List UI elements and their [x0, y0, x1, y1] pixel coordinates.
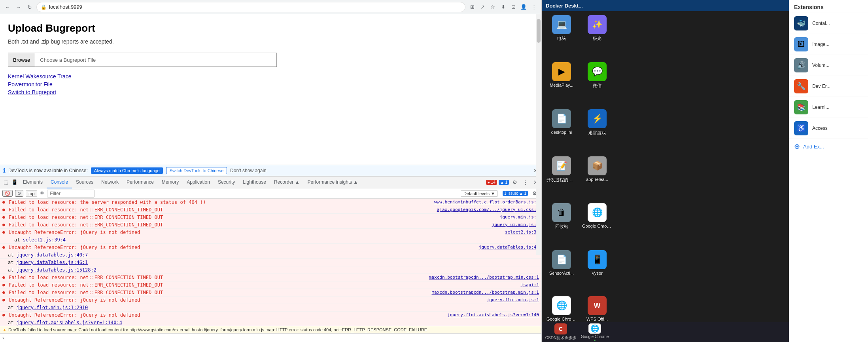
sub-link[interactable]: jquery.flot.min.js:1:2910: [17, 305, 88, 310]
devtools-toolbar-icons: ● 14 ▲ 1 ⚙ ⋮ ✕: [486, 178, 540, 187]
always-match-language-button[interactable]: Always match Chrome's language: [91, 167, 163, 174]
share-icon[interactable]: ↗: [478, 3, 487, 11]
console-msg-link-10[interactable]: jquery.flot.min.js:1: [487, 297, 539, 302]
screenshot-icon[interactable]: ⊞: [468, 3, 477, 11]
browse-button[interactable]: Browse: [8, 53, 35, 66]
desktop-icon-desktop-ini[interactable]: 📄 desktop.ini: [546, 109, 577, 152]
console-pause-button[interactable]: ⊘: [15, 190, 23, 197]
chrome1-label: Google Chrom...: [582, 224, 612, 228]
desktop-icon-chrome1[interactable]: 🌐 Google Chrom...: [581, 203, 613, 246]
tab-network[interactable]: Network: [97, 177, 123, 188]
tab-lighthouse[interactable]: Lighthouse: [239, 177, 270, 188]
console-input[interactable]: [6, 335, 539, 341]
profile-icon[interactable]: 👤: [519, 3, 528, 11]
console-msg-link-6[interactable]: jquery.dataTables.js:40: [479, 245, 539, 250]
taskbar-item-csdn[interactable]: C CSDN技术承步步: [545, 323, 577, 341]
tab-elements[interactable]: Elements: [19, 177, 47, 188]
error-icon: ●: [2, 290, 7, 295]
desktop-icon-app-release[interactable]: 📦 app-relea...: [581, 156, 613, 200]
desktop-icon-mediaplayer[interactable]: ▶ MediaPlay...: [546, 62, 577, 105]
address-bar[interactable]: 🔒 localhost:9999: [36, 2, 465, 12]
console-msg-link-5[interactable]: select2.js:39: [505, 230, 539, 235]
switch-bugreport-link[interactable]: Switch to Bugreport: [8, 89, 533, 95]
console-msg-link-11[interactable]: jquery.flot.axisLabels.js?ver=1:140: [447, 312, 539, 317]
desktop-icon-vysor[interactable]: 📱 Vysor: [581, 250, 613, 292]
desktop-icon-dianjao[interactable]: 💻 电脑: [546, 15, 577, 58]
bookmark-icon[interactable]: ☆: [488, 3, 497, 11]
tab-application[interactable]: Application: [183, 177, 214, 188]
devtools-device-button[interactable]: 📱: [10, 178, 19, 187]
ext-item-container[interactable]: 🐳 Contai...: [789, 13, 868, 34]
add-extension-button[interactable]: ⊕ Add Ex...: [789, 139, 868, 154]
console-msg-link-7[interactable]: maxcdn.bootstrapcdn.../bootstrap.min.css…: [429, 275, 539, 280]
sub-link[interactable]: jquery.dataTables.js:46:1: [17, 260, 88, 265]
tab-recorder[interactable]: Recorder ▲: [270, 177, 304, 188]
console-msg-link-4[interactable]: jquery-ui.min.js:1: [492, 222, 539, 227]
vysor-label: Vysor: [592, 271, 603, 276]
ext-item-learn[interactable]: 📚 Learni...: [789, 97, 868, 118]
sub-link[interactable]: jquery.dataTables.js:40:7: [17, 252, 88, 258]
forward-button[interactable]: →: [14, 3, 23, 11]
console-msg-link-1[interactable]: www.benjaminbuffet.c.flot.orderBars.js:1: [434, 200, 539, 205]
reload-button[interactable]: ↻: [25, 3, 34, 11]
learn-ext-icon: 📚: [794, 100, 808, 114]
add-ext-label: Add Ex...: [803, 144, 824, 150]
download-icon[interactable]: ⬇: [499, 3, 507, 11]
desktop-icon-dev-txt[interactable]: 📝 开发过程的问题.txt: [546, 156, 577, 200]
desktop-icon-recycle[interactable]: 🗑 回收站: [546, 203, 577, 246]
wps-label: WPS Offi...: [586, 317, 608, 321]
tab-memory[interactable]: Memory: [158, 177, 183, 188]
devtools-more-icon[interactable]: ⋮: [521, 178, 529, 187]
console-msg-6-sub1: at jquery.dataTables.js:40:7: [0, 251, 541, 259]
scrollbar-track[interactable]: [536, 14, 541, 255]
dont-show-again-link[interactable]: Don't show again: [230, 168, 267, 173]
tab-sources[interactable]: Sources: [72, 177, 97, 188]
context-selector[interactable]: top: [26, 190, 37, 197]
sensor-icon: 📄: [552, 250, 571, 269]
kernel-trace-link[interactable]: Kernel Wakesource Trace: [8, 73, 533, 80]
console-message-9: ● Failed to load resource: net::ERR_CONN…: [0, 289, 541, 296]
console-msg-link-8[interactable]: jsapi:1: [521, 282, 539, 287]
switch-devtools-language-button[interactable]: Switch DevTools to Chinese: [166, 167, 227, 174]
desktop-icon-sensor[interactable]: 📄 SensorActi...: [546, 250, 577, 292]
console-message-5: ● Uncaught ReferenceError: jQuery is not…: [0, 229, 541, 236]
desktop-icon-xunlei[interactable]: ⚡ 迅雷游戏: [581, 109, 613, 152]
console-eye-icon[interactable]: 👁: [40, 190, 45, 196]
warning-triangle-icon: ▲: [2, 327, 7, 332]
devtools-settings-icon[interactable]: ⚙: [511, 178, 519, 187]
sub-link[interactable]: select2.js:39:4: [23, 237, 66, 243]
tab-grid-icon[interactable]: ⊡: [509, 3, 518, 11]
scrollbar-thumb[interactable]: [537, 19, 541, 43]
powermonitor-link[interactable]: Powermonitor File: [8, 81, 533, 87]
desktop-icon-jiguang[interactable]: ✨ 极光: [581, 15, 613, 58]
access-ext-icon: ♿: [794, 121, 808, 135]
menu-icon[interactable]: ⋮: [529, 3, 538, 11]
console-filter-input[interactable]: [47, 190, 95, 198]
devtools-panel: ⬚ 📱 Elements Console Sources Network Per…: [0, 176, 541, 342]
ext-item-volume[interactable]: 🔊 Volum...: [789, 55, 868, 76]
tab-console[interactable]: Console: [47, 177, 72, 188]
taskbar-item-chrome[interactable]: 🌐 Google Chrome: [579, 323, 611, 341]
page-content: Upload Bugreport Both .txt and .zip bug …: [0, 14, 541, 165]
console-msg-link-9[interactable]: maxcdn.bootstrapcdn.../bootstrap.min.js:…: [431, 290, 539, 295]
app-release-icon: 📦: [588, 156, 607, 175]
wechat-label: 微信: [593, 83, 601, 89]
console-msg-link-3[interactable]: jquery.min.js:1: [500, 215, 539, 220]
ext-item-deverr[interactable]: 🔧 Dev Er...: [789, 76, 868, 97]
ext-item-image[interactable]: 🖼 Image...: [789, 34, 868, 55]
console-messages[interactable]: ● Failed to load resource: the server re…: [0, 199, 541, 326]
lock-icon: 🔒: [41, 4, 47, 10]
desktop-icon-wechat[interactable]: 💬 微信: [581, 62, 613, 105]
tab-security[interactable]: Security: [214, 177, 239, 188]
tab-performance[interactable]: Performance: [123, 177, 158, 188]
default-levels-button[interactable]: Default levels ▼: [461, 190, 498, 197]
url-text: localhost:9999: [49, 4, 82, 10]
back-button[interactable]: ←: [3, 3, 12, 11]
console-msg-link-2[interactable]: ajax.googleapis.com/.../jquery-ui.css:1: [437, 207, 539, 212]
sub-link[interactable]: jquery.flot.axisLabels.js?ver=1:140:4: [17, 320, 122, 325]
devtools-inspect-button[interactable]: ⬚: [2, 178, 10, 187]
console-clear-button[interactable]: 🚫: [2, 190, 13, 197]
ext-item-access[interactable]: ♿ Access: [789, 118, 868, 139]
tab-performance-insights[interactable]: Performance insights ▲: [304, 177, 362, 188]
sub-link[interactable]: jquery.dataTables.js:15128:2: [17, 267, 96, 273]
